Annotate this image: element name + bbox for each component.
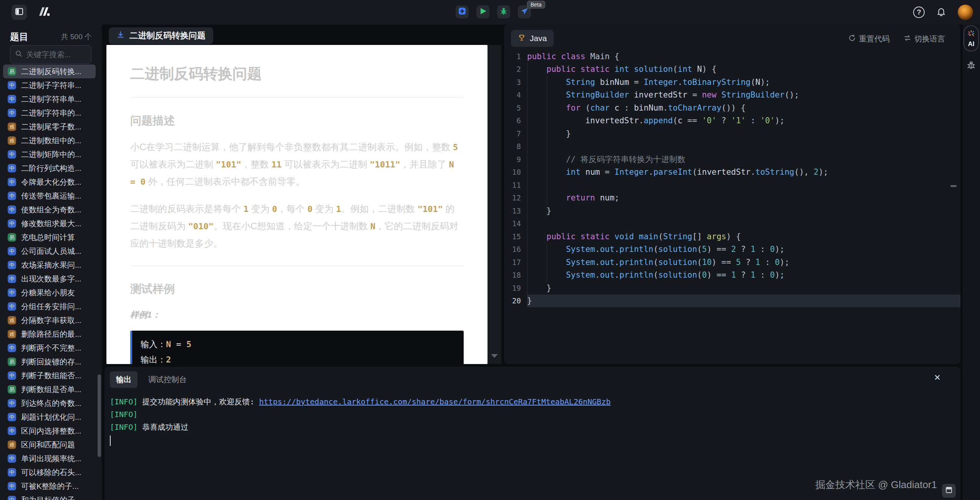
tab-output[interactable]: 输出 [110,371,138,388]
feedback-link[interactable]: https://bytedance.larkoffice.com/share/b… [259,397,610,406]
editor-line[interactable]: 15 public static void main(String[] args… [504,230,960,243]
editor-line[interactable]: 7 } [504,127,960,140]
problem-tab[interactable]: 二进制反码转换问题 [109,27,213,44]
problem-list-item[interactable]: 中单词出现频率统... [3,452,96,465]
editor-line[interactable]: 11 [504,179,960,192]
problem-list-item[interactable]: 中判断两个不完整... [3,341,96,355]
problem-list-item[interactable]: 中分糖果给小朋友 [3,286,96,300]
problem-list-item[interactable]: 难二进制数组中的... [3,134,96,147]
panel-layout-button[interactable] [942,484,956,498]
editor-line[interactable]: 20} [504,295,960,308]
problem-list-item[interactable]: 中和为目标值的子... [3,493,96,500]
problem-list-item[interactable]: 中公司面试人员城... [3,244,96,258]
problem-list-item[interactable]: 易充电总时间计算 [3,230,96,244]
line-content: public static void main(String[] args) { [527,230,960,243]
editor-line[interactable]: 16 System.out.println(solution(5) == 2 ?… [504,243,960,256]
line-content [527,140,960,153]
problem-count: 共 500 个 [61,32,92,42]
difficulty-badge: 中 [8,468,16,477]
editor-line[interactable]: 19 } [504,281,960,295]
difficulty-badge: 中 [8,344,16,352]
problem-list-item[interactable]: 中分组任务安排问... [3,300,96,313]
reset-code-button[interactable]: 重置代码 [848,34,890,44]
run-button[interactable] [476,5,489,18]
problem-list-item[interactable]: 易判断数组是否单... [3,382,96,396]
problem-paragraph: 小C在学习二进制运算，他了解到每个非负整数都有其二进制表示。例如，整数 5 可以… [130,139,464,190]
editor-line[interactable]: 2 public static int solution(int N) { [504,63,960,76]
problem-list-item[interactable]: 中农场采摘水果问... [3,258,96,272]
editor-line[interactable]: 17 System.out.println(solution(10) == 5 … [504,256,960,269]
problem-list-item[interactable]: 中令牌最大化分数... [3,175,96,189]
ai-assistant-button[interactable]: AI [963,25,979,51]
line-content: System.out.println(solution(0) == 1 ? 1 … [527,269,960,282]
problem-item-label: 农场采摘水果问... [21,260,81,270]
sidebar-scrollbar[interactable] [98,374,101,457]
problem-list-item[interactable]: 中二进制矩阵中的... [3,147,96,161]
sample-1-label: 样例1： [130,309,464,321]
debug-rail-icon[interactable] [966,60,976,71]
problem-list-item[interactable]: 难分隔数字串获取... [3,313,96,327]
problem-list-item[interactable]: 中二进制字符串的... [3,106,96,120]
editor-line[interactable]: 1public class Main { [504,50,960,63]
editor-line[interactable]: 12 return num; [504,192,960,205]
editor-line[interactable]: 18 System.out.println(solution(0) == 1 ?… [504,269,960,282]
problem-list-item[interactable]: 难二进制尾零子数... [3,120,96,134]
problem-list-item[interactable]: 难删除路径后的最... [3,327,96,341]
problem-list-item[interactable]: 中可以移除的石头... [3,465,96,479]
problem-list-item[interactable]: 中可被K整除的子... [3,479,96,493]
editor-line[interactable]: 5 for (char c : binNum.toCharArray()) { [504,101,960,114]
help-icon[interactable]: ? [913,7,925,18]
problem-list-item[interactable]: 难区间和匹配问题 [3,438,96,452]
notifications-bell-icon[interactable] [936,7,946,18]
line-content: for (char c : binNum.toCharArray()) { [527,101,960,114]
editor-line[interactable]: 14 [504,217,960,230]
problem-list-item[interactable]: 中到达终点的奇数... [3,396,96,410]
search-input[interactable] [26,50,86,59]
user-avatar[interactable] [958,5,973,20]
new-file-button[interactable] [456,5,469,18]
debug-button[interactable] [497,5,510,18]
console-log-line: [INFO] [110,408,960,421]
sidebar-toggle-button[interactable] [12,5,27,20]
problem-list-item[interactable]: 易判断回旋镖的存... [3,355,96,369]
language-tab-java[interactable]: Java [511,30,554,47]
problem-item-label: 到达终点的奇数... [21,398,81,409]
problem-list-item[interactable]: 中区间内选择整数... [3,424,96,438]
problem-item-label: 出现次数最多字... [21,274,81,284]
problem-list-item[interactable]: 中判断子数组能否... [3,369,96,382]
line-number: 16 [504,245,521,253]
problem-list-item[interactable]: 中修改数组求最大... [3,217,96,230]
marscode-logo-icon[interactable] [37,6,51,19]
editor-line[interactable]: 6 invertedStr.append(c == '0' ? '1' : '0… [504,114,960,127]
problem-list-item[interactable]: 中出现次数最多字... [3,272,96,286]
editor-line[interactable]: 4 StringBuilder invertedStr = new String… [504,89,960,102]
problem-list-item[interactable]: 中使数组全为奇数... [3,203,96,217]
editor-line[interactable]: 3 String binNum = Integer.toBinaryString… [504,76,960,89]
switch-language-button[interactable]: 切换语言 [904,34,945,44]
code-area[interactable]: 1public class Main {2 public static int … [504,50,960,307]
description-scroll-gutter[interactable] [488,45,501,364]
problem-list-item[interactable]: 中传送带包裹运输... [3,189,96,203]
sample-code-line: 输入：N = 5 [141,337,455,352]
problem-list-item[interactable]: 中二阶行列式构造... [3,161,96,175]
right-toolbar-rail: AI [963,25,980,500]
problem-item-label: 二进制字符串单... [21,94,81,104]
problem-list-item[interactable]: 中二进制字符串单... [3,92,96,106]
close-icon[interactable]: × [934,372,940,383]
problem-item-label: 分隔数字串获取... [21,315,81,326]
editor-line[interactable]: 10 int num = Integer.parseInt(invertedSt… [504,166,960,179]
tab-debug-console[interactable]: 调试控制台 [148,374,187,385]
problem-list-item[interactable]: 易二进制反码转换... [3,65,96,78]
problem-list-item[interactable]: 中二进制子字符串... [3,78,96,92]
scroll-down-icon[interactable] [491,354,498,358]
difficulty-badge: 难 [8,316,16,325]
difficulty-badge: 难 [8,123,16,131]
problem-item-label: 二阶行列式构造... [21,163,81,174]
beta-badge: Beta [527,1,545,8]
editor-line[interactable]: 13 } [504,204,960,217]
search-box[interactable] [10,45,91,64]
editor-line[interactable]: 9 // 将反码字符串转换为十进制数 [504,153,960,166]
problem-list-item[interactable]: 中刷题计划优化问... [3,410,96,424]
problem-item-label: 分糖果给小朋友 [21,288,75,298]
editor-line[interactable]: 8 [504,140,960,153]
